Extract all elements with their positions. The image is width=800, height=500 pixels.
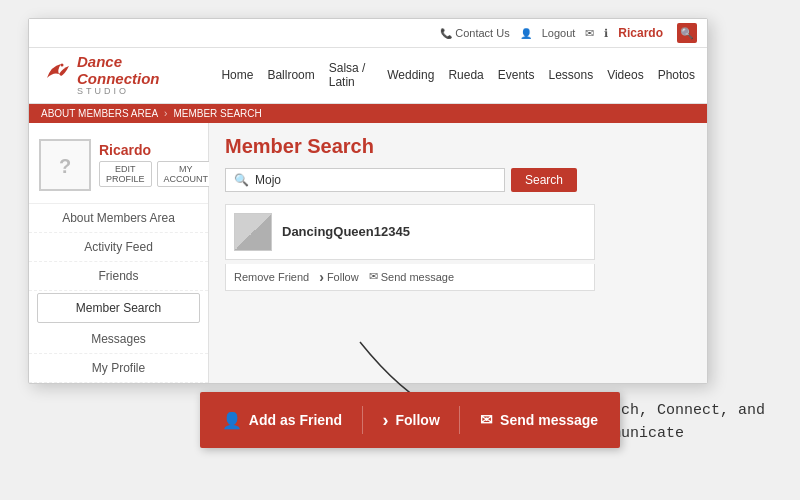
logout-link[interactable]: Logout	[542, 27, 576, 39]
chevron-follow-icon: ›	[382, 410, 388, 431]
divider-2	[459, 406, 460, 434]
breadcrumb-part2: MEMBER SEARCH	[173, 108, 261, 119]
page-area: Member Search 🔍 Search DancingQueen12345…	[209, 123, 707, 383]
big-action-bar: 👤 Add as Friend › Follow ✉ Send message	[200, 392, 620, 448]
main-nav: Home Ballroom Salsa / Latin Wedding Rued…	[221, 61, 695, 89]
nav-photos[interactable]: Photos	[658, 68, 695, 82]
sidebar-item-about[interactable]: About Members Area	[29, 204, 208, 233]
edit-profile-button[interactable]: EDIT PROFILE	[99, 161, 152, 187]
person-icon	[520, 28, 532, 39]
page-title: Member Search	[225, 135, 691, 158]
magnifier-icon: 🔍	[680, 27, 694, 40]
top-search-icon[interactable]: 🔍	[677, 23, 697, 43]
chevron-icon-small	[319, 269, 324, 285]
search-button[interactable]: Search	[511, 168, 577, 192]
logo-text: Dance Connection STUDIO	[77, 54, 201, 97]
envelope-small-icon	[369, 270, 378, 283]
breadcrumb-part1: ABOUT MEMBERS AREA	[41, 108, 158, 119]
search-result-item: DancingQueen12345	[225, 204, 595, 260]
sidebar-item-messages[interactable]: Messages	[29, 325, 208, 354]
svg-point-0	[61, 63, 64, 66]
info-icon	[604, 27, 608, 40]
user-actions: EDIT PROFILE MY ACCOUNT	[99, 161, 215, 187]
sidebar: Ricardo EDIT PROFILE MY ACCOUNT About Me…	[29, 123, 209, 383]
phone-icon	[440, 28, 452, 39]
avatar	[39, 139, 91, 191]
brand-name: Dance Connection	[77, 54, 201, 87]
top-bar: Contact Us Logout Ricardo 🔍	[29, 19, 707, 48]
nav-ballroom[interactable]: Ballroom	[267, 68, 314, 82]
small-action-bar: Remove Friend Follow Send message	[225, 264, 595, 291]
send-message-button[interactable]: ✉ Send message	[480, 411, 598, 429]
add-friend-button[interactable]: 👤 Add as Friend	[222, 411, 342, 430]
studio-label: STUDIO	[77, 87, 201, 97]
main-card: Contact Us Logout Ricardo 🔍 Dance Con	[28, 18, 708, 384]
contact-us-link[interactable]: Contact Us	[440, 27, 509, 39]
header: Dance Connection STUDIO Home Ballroom Sa…	[29, 48, 707, 104]
sidebar-item-friends[interactable]: Friends	[29, 262, 208, 291]
follow-button[interactable]: › Follow	[382, 410, 439, 431]
my-account-button[interactable]: MY ACCOUNT	[157, 161, 216, 187]
search-bar: 🔍 Search	[225, 168, 691, 192]
user-section: Ricardo EDIT PROFILE MY ACCOUNT	[29, 131, 208, 195]
nav-wedding[interactable]: Wedding	[387, 68, 434, 82]
search-glass-icon: 🔍	[234, 173, 249, 187]
search-input[interactable]	[255, 173, 496, 187]
sidebar-username: Ricardo	[99, 142, 215, 158]
breadcrumb: ABOUT MEMBERS AREA › MEMBER SEARCH	[29, 104, 707, 123]
nav-home[interactable]: Home	[221, 68, 253, 82]
top-links: Contact Us Logout Ricardo 🔍	[440, 23, 697, 43]
nav-events[interactable]: Events	[498, 68, 535, 82]
sidebar-item-activity[interactable]: Activity Feed	[29, 233, 208, 262]
main-content: Ricardo EDIT PROFILE MY ACCOUNT About Me…	[29, 123, 707, 383]
envelope-icon	[585, 27, 594, 40]
user-info: Ricardo EDIT PROFILE MY ACCOUNT	[99, 142, 215, 187]
remove-friend-link[interactable]: Remove Friend	[234, 271, 309, 283]
nav-salsa[interactable]: Salsa / Latin	[329, 61, 373, 89]
nav-videos[interactable]: Videos	[607, 68, 643, 82]
envelope-big-icon: ✉	[480, 411, 493, 429]
add-friend-icon: 👤	[222, 411, 242, 430]
send-message-link-small[interactable]: Send message	[369, 270, 454, 283]
logo: Dance Connection STUDIO	[41, 54, 201, 97]
bird-icon	[41, 56, 73, 95]
sidebar-item-my-profile[interactable]: My Profile	[29, 354, 208, 383]
nav-user-name: Ricardo	[618, 26, 663, 40]
nav-rueda[interactable]: Rueda	[448, 68, 483, 82]
breadcrumb-sep: ›	[164, 108, 167, 119]
nav-lessons[interactable]: Lessons	[548, 68, 593, 82]
question-icon	[59, 151, 71, 179]
result-avatar	[234, 213, 272, 251]
result-username: DancingQueen12345	[282, 224, 410, 239]
sidebar-item-member-search[interactable]: Member Search	[37, 293, 200, 323]
search-input-wrap: 🔍	[225, 168, 505, 192]
divider-1	[362, 406, 363, 434]
sidebar-nav: About Members Area Activity Feed Friends…	[29, 203, 208, 383]
follow-link-small[interactable]: Follow	[319, 269, 358, 285]
